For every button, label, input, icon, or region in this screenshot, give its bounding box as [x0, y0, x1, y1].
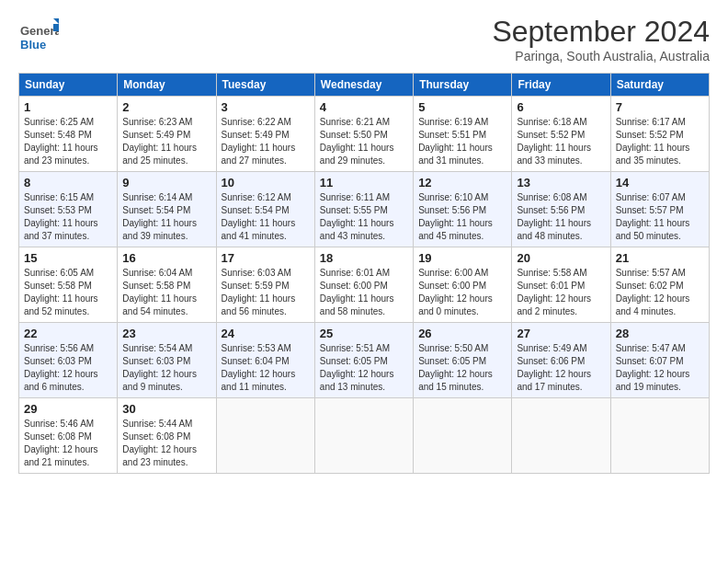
day-number: 23: [122, 327, 210, 340]
calendar-cell: [314, 398, 413, 474]
calendar-cell: 10Sunrise: 6:12 AMSunset: 5:54 PMDayligh…: [216, 172, 314, 247]
page-header: General Blue September 2024 Paringa, Sou…: [18, 15, 710, 63]
calendar-cell: 4Sunrise: 6:21 AMSunset: 5:50 PMDaylight…: [314, 97, 413, 172]
day-info: Sunrise: 5:46 AMSunset: 6:08 PMDaylight:…: [24, 418, 112, 469]
calendar-cell: 30Sunrise: 5:44 AMSunset: 6:08 PMDayligh…: [118, 398, 216, 474]
calendar-cell: 17Sunrise: 6:03 AMSunset: 5:59 PMDayligh…: [216, 247, 314, 323]
day-info: Sunrise: 6:22 AMSunset: 5:49 PMDaylight:…: [222, 116, 310, 167]
calendar-header-row: SundayMondayTuesdayWednesdayThursdayFrid…: [19, 74, 710, 97]
day-number: 5: [418, 100, 506, 114]
day-number: 13: [517, 176, 605, 190]
column-header-thursday: Thursday: [414, 74, 512, 97]
calendar-table: SundayMondayTuesdayWednesdayThursdayFrid…: [18, 73, 710, 474]
day-info: Sunrise: 5:44 AMSunset: 6:08 PMDaylight:…: [122, 418, 210, 469]
day-info: Sunrise: 5:47 AMSunset: 6:07 PMDaylight:…: [616, 342, 704, 394]
day-number: 15: [24, 251, 112, 265]
day-number: 16: [122, 251, 210, 265]
day-number: 11: [320, 176, 408, 190]
day-number: 22: [24, 327, 112, 340]
calendar-week-row: 1Sunrise: 6:25 AMSunset: 5:48 PMDaylight…: [19, 97, 710, 172]
calendar-cell: 13Sunrise: 6:08 AMSunset: 5:56 PMDayligh…: [512, 172, 610, 247]
day-info: Sunrise: 6:14 AMSunset: 5:54 PMDaylight:…: [122, 191, 210, 243]
calendar-week-row: 15Sunrise: 6:05 AMSunset: 5:58 PMDayligh…: [19, 247, 710, 323]
day-info: Sunrise: 6:08 AMSunset: 5:56 PMDaylight:…: [517, 191, 605, 243]
day-number: 1: [24, 100, 112, 114]
day-number: 12: [418, 176, 506, 190]
day-info: Sunrise: 5:50 AMSunset: 6:05 PMDaylight:…: [418, 342, 506, 394]
day-number: 4: [320, 100, 408, 114]
day-number: 10: [222, 176, 310, 190]
calendar-week-row: 29Sunrise: 5:46 AMSunset: 6:08 PMDayligh…: [19, 398, 710, 474]
calendar-cell: 22Sunrise: 5:56 AMSunset: 6:03 PMDayligh…: [19, 323, 118, 398]
day-number: 24: [222, 327, 310, 340]
calendar-cell: [512, 398, 610, 474]
calendar-cell: 11Sunrise: 6:11 AMSunset: 5:55 PMDayligh…: [314, 172, 413, 247]
day-info: Sunrise: 6:18 AMSunset: 5:52 PMDaylight:…: [517, 116, 605, 167]
svg-text:General: General: [20, 24, 59, 38]
logo: General Blue: [18, 15, 59, 55]
day-info: Sunrise: 6:17 AMSunset: 5:52 PMDaylight:…: [616, 116, 704, 167]
day-info: Sunrise: 6:21 AMSunset: 5:50 PMDaylight:…: [320, 116, 408, 167]
calendar-cell: 3Sunrise: 6:22 AMSunset: 5:49 PMDaylight…: [216, 97, 314, 172]
calendar-cell: 21Sunrise: 5:57 AMSunset: 6:02 PMDayligh…: [610, 247, 709, 323]
day-info: Sunrise: 5:58 AMSunset: 6:01 PMDaylight:…: [517, 267, 605, 318]
day-number: 28: [616, 327, 704, 340]
calendar-cell: 27Sunrise: 5:49 AMSunset: 6:06 PMDayligh…: [512, 323, 610, 398]
day-number: 25: [320, 327, 408, 340]
calendar-cell: 2Sunrise: 6:23 AMSunset: 5:49 PMDaylight…: [118, 97, 216, 172]
title-block: September 2024 Paringa, South Australia,…: [492, 15, 710, 63]
calendar-cell: 12Sunrise: 6:10 AMSunset: 5:56 PMDayligh…: [414, 172, 512, 247]
calendar-cell: 8Sunrise: 6:15 AMSunset: 5:53 PMDaylight…: [19, 172, 118, 247]
column-header-saturday: Saturday: [610, 74, 709, 97]
day-info: Sunrise: 5:49 AMSunset: 6:06 PMDaylight:…: [517, 342, 605, 394]
day-number: 19: [418, 251, 506, 265]
day-info: Sunrise: 6:23 AMSunset: 5:49 PMDaylight:…: [122, 116, 210, 167]
day-info: Sunrise: 6:07 AMSunset: 5:57 PMDaylight:…: [616, 191, 704, 243]
day-info: Sunrise: 6:25 AMSunset: 5:48 PMDaylight:…: [24, 116, 112, 167]
column-header-sunday: Sunday: [19, 74, 118, 97]
calendar-cell: 9Sunrise: 6:14 AMSunset: 5:54 PMDaylight…: [118, 172, 216, 247]
calendar-cell: 15Sunrise: 6:05 AMSunset: 5:58 PMDayligh…: [19, 247, 118, 323]
day-number: 21: [616, 251, 704, 265]
day-number: 26: [418, 327, 506, 340]
month-title: September 2024: [492, 15, 710, 49]
day-number: 27: [517, 327, 605, 340]
day-info: Sunrise: 6:12 AMSunset: 5:54 PMDaylight:…: [222, 191, 310, 243]
location-title: Paringa, South Australia, Australia: [492, 49, 710, 63]
column-header-wednesday: Wednesday: [314, 74, 413, 97]
calendar-cell: 25Sunrise: 5:51 AMSunset: 6:05 PMDayligh…: [314, 323, 413, 398]
calendar-cell: 19Sunrise: 6:00 AMSunset: 6:00 PMDayligh…: [414, 247, 512, 323]
day-info: Sunrise: 6:05 AMSunset: 5:58 PMDaylight:…: [24, 267, 112, 318]
day-info: Sunrise: 6:00 AMSunset: 6:00 PMDaylight:…: [418, 267, 506, 318]
day-number: 14: [616, 176, 704, 190]
calendar-cell: 6Sunrise: 6:18 AMSunset: 5:52 PMDaylight…: [512, 97, 610, 172]
day-info: Sunrise: 6:10 AMSunset: 5:56 PMDaylight:…: [418, 191, 506, 243]
calendar-cell: 7Sunrise: 6:17 AMSunset: 5:52 PMDaylight…: [610, 97, 709, 172]
calendar-cell: 20Sunrise: 5:58 AMSunset: 6:01 PMDayligh…: [512, 247, 610, 323]
calendar-cell: [610, 398, 709, 474]
logo-icon: General Blue: [18, 15, 59, 55]
day-info: Sunrise: 6:03 AMSunset: 5:59 PMDaylight:…: [222, 267, 310, 318]
day-info: Sunrise: 5:54 AMSunset: 6:03 PMDaylight:…: [122, 342, 210, 394]
day-number: 20: [517, 251, 605, 265]
day-number: 30: [122, 402, 210, 416]
day-number: 9: [122, 176, 210, 190]
calendar-cell: 24Sunrise: 5:53 AMSunset: 6:04 PMDayligh…: [216, 323, 314, 398]
day-number: 8: [24, 176, 112, 190]
day-info: Sunrise: 5:56 AMSunset: 6:03 PMDaylight:…: [24, 342, 112, 394]
day-info: Sunrise: 5:51 AMSunset: 6:05 PMDaylight:…: [320, 342, 408, 394]
day-number: 18: [320, 251, 408, 265]
day-number: 29: [24, 402, 112, 416]
calendar-cell: 1Sunrise: 6:25 AMSunset: 5:48 PMDaylight…: [19, 97, 118, 172]
day-info: Sunrise: 5:57 AMSunset: 6:02 PMDaylight:…: [616, 267, 704, 318]
column-header-monday: Monday: [118, 74, 216, 97]
day-info: Sunrise: 6:04 AMSunset: 5:58 PMDaylight:…: [122, 267, 210, 318]
calendar-cell: 26Sunrise: 5:50 AMSunset: 6:05 PMDayligh…: [414, 323, 512, 398]
svg-text:Blue: Blue: [20, 38, 46, 52]
day-info: Sunrise: 6:15 AMSunset: 5:53 PMDaylight:…: [24, 191, 112, 243]
calendar-cell: 28Sunrise: 5:47 AMSunset: 6:07 PMDayligh…: [610, 323, 709, 398]
calendar-cell: 29Sunrise: 5:46 AMSunset: 6:08 PMDayligh…: [19, 398, 118, 474]
column-header-tuesday: Tuesday: [216, 74, 314, 97]
column-header-friday: Friday: [512, 74, 610, 97]
calendar-cell: [414, 398, 512, 474]
